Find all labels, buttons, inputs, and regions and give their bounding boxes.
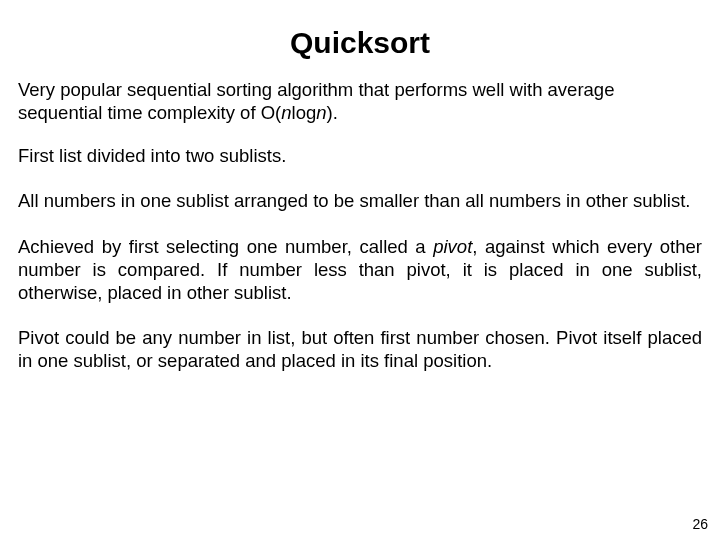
paragraph-intro: Very popular sequential sorting algorith…: [18, 78, 702, 124]
variable-n: n: [281, 102, 291, 123]
variable-n: n: [316, 102, 326, 123]
paragraph-sublists: First list divided into two sublists.: [18, 144, 702, 167]
paragraph-arrangement: All numbers in one sublist arranged to b…: [18, 189, 702, 212]
text-run: log: [292, 102, 317, 123]
term-pivot: pivot: [433, 236, 472, 257]
paragraph-pivot: Achieved by first selecting one number, …: [18, 235, 702, 304]
page-title: Quicksort: [18, 26, 702, 60]
paragraph-pivot-choice: Pivot could be any number in list, but o…: [18, 326, 702, 372]
page-number: 26: [692, 516, 708, 532]
text-run: Achieved by first selecting one number, …: [18, 236, 433, 257]
text-run: ).: [327, 102, 338, 123]
